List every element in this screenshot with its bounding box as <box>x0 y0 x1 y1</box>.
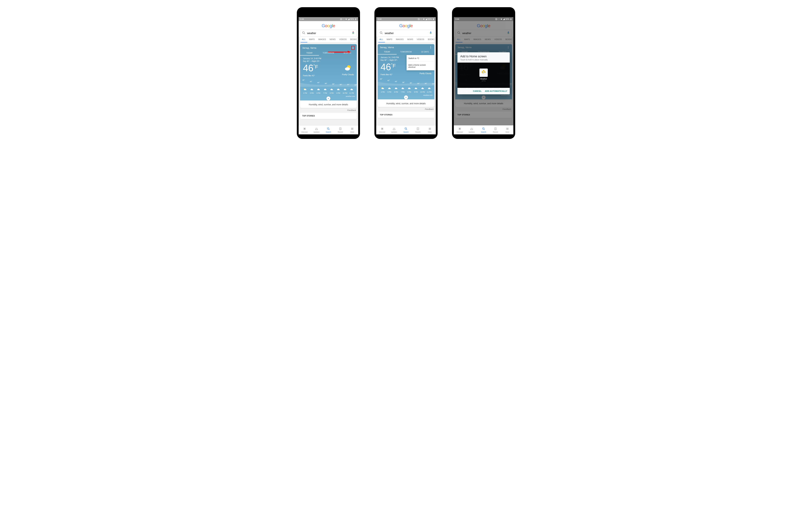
nav-discover[interactable]: Discover <box>299 126 310 134</box>
feedback-link[interactable]: Feedback <box>376 107 436 111</box>
cloud-icon <box>413 87 419 90</box>
search-input[interactable] <box>307 32 350 35</box>
hourly-label: 5 PM <box>308 92 315 94</box>
hourly-temp-point: 40° <box>317 82 320 83</box>
nav-recent[interactable]: Recent <box>490 126 502 134</box>
content: Google ALLMAPSIMAGESNEWSVIDEOSBOOKS Запа… <box>454 21 513 125</box>
hourly-cell: 5 PM <box>386 87 393 93</box>
nav-updates[interactable]: Updates <box>310 126 322 134</box>
search-tab-maps[interactable]: MAPS <box>307 37 316 42</box>
weather-more-details[interactable]: Humidity, wind, sunrise, and more detail… <box>300 101 357 108</box>
weather-attribution[interactable]: weather.com <box>300 96 357 98</box>
cloud-icon <box>315 88 322 91</box>
nav-discover[interactable]: Discover <box>376 126 388 134</box>
recent-icon <box>494 127 497 131</box>
hourly-label: 11 PM <box>426 91 432 93</box>
nav-more[interactable]: More <box>502 126 513 134</box>
hourly-temp-point: 45° <box>302 79 305 81</box>
menu-item-switch-unit[interactable]: Switch to °C <box>407 55 434 62</box>
weather-app-icon[interactable]: G <box>480 68 488 77</box>
dialog-cancel-button[interactable]: CANCEL <box>473 90 482 92</box>
nav-more[interactable]: More <box>346 126 358 134</box>
nav-updates[interactable]: Updates <box>466 126 478 134</box>
weather-tab-10-days[interactable]: 10 DAYS <box>338 50 357 55</box>
weather-attribution[interactable]: weather.com <box>378 94 434 97</box>
discover-icon <box>381 127 384 131</box>
search-tab-all[interactable]: ALL <box>378 37 385 42</box>
search-bar[interactable] <box>300 30 357 37</box>
nav-label: Updates <box>468 131 475 133</box>
nav-label: Recent <box>415 131 421 133</box>
svg-point-5 <box>302 31 304 33</box>
svg-point-8 <box>345 67 350 70</box>
weather-feels-like: Feels like 41° <box>381 73 396 75</box>
search-tab-books[interactable]: BOOKS <box>349 37 357 42</box>
nav-label: Search <box>481 131 486 133</box>
hourly-cell: 4 PM <box>380 87 386 93</box>
search-tab-videos[interactable]: VIDEOS <box>337 37 349 42</box>
nav-label: Discover <box>379 131 385 133</box>
dialog-overlay[interactable]: Add to Home screen Touch & hold to place… <box>454 21 513 125</box>
nav-search[interactable]: Search <box>478 126 490 134</box>
hourly-cell: 6 PM <box>315 88 322 94</box>
weather-overflow-button[interactable] <box>351 46 355 50</box>
dialog-add-button[interactable]: ADD AUTOMATICALLY <box>485 90 507 92</box>
search-tab-images[interactable]: IMAGES <box>316 37 328 42</box>
nav-label: Recent <box>338 131 343 133</box>
search-tab-maps[interactable]: MAPS <box>385 37 394 42</box>
content[interactable]: Google ALLMAPSIMAGESNEWSVIDEOSBOOKS Запа… <box>376 21 436 125</box>
search-tab-images[interactable]: IMAGES <box>394 37 405 42</box>
battery-pct: 55% <box>506 18 509 20</box>
weather-tabs: TODAYTOMORROW10 DAYS <box>300 50 357 55</box>
weather-card: Запад, Varna TODAYTOMORROW10 DAYS Januar… <box>300 44 357 108</box>
weather-tab-tomorrow[interactable]: TOMORROW <box>397 49 416 54</box>
nav-label: Updates <box>313 131 319 133</box>
weather-tab-10-days[interactable]: 10 DAYS <box>415 49 434 54</box>
hourly-label: 8 PM <box>406 91 413 93</box>
weather-tab-today[interactable]: TODAY <box>378 49 397 54</box>
nav-search[interactable]: Search <box>400 126 412 134</box>
content[interactable]: Google ALLMAPSIMAGESNEWSVIDEOSBOOKS Запа… <box>299 21 358 125</box>
nav-discover[interactable]: Discover <box>454 126 466 134</box>
feedback-link[interactable]: Feedback <box>299 108 358 112</box>
search-input[interactable] <box>385 32 427 35</box>
nav-label: More <box>428 131 432 133</box>
hourly-cell: 9 PM <box>335 88 342 94</box>
weather-tab-today[interactable]: TODAY <box>300 50 319 55</box>
nav-recent[interactable]: Recent <box>412 126 424 134</box>
weather-tab-tomorrow[interactable]: TOMORROW <box>319 50 338 55</box>
top-stories-header[interactable]: TOP STORIES <box>300 113 357 119</box>
nav-recent[interactable]: Recent <box>334 126 346 134</box>
search-tab-books[interactable]: BOOKS <box>426 37 434 42</box>
status-bar: 3:44 55% <box>299 17 358 21</box>
search-tab-news[interactable]: NEWS <box>328 37 337 42</box>
hourly-label: 8 PM <box>328 92 335 94</box>
nfc-icon <box>495 18 497 20</box>
search-tab-news[interactable]: NEWS <box>405 37 415 42</box>
search-tab-all[interactable]: ALL <box>300 37 307 42</box>
nav-label: Discover <box>301 131 308 133</box>
search-tab-videos[interactable]: VIDEOS <box>415 37 426 42</box>
mic-icon[interactable] <box>352 31 355 35</box>
sun-cloud-icon <box>302 88 308 91</box>
weather-overflow-button[interactable] <box>429 46 432 48</box>
nav-updates[interactable]: Updates <box>388 126 400 134</box>
hourly-label: 5 PM <box>386 91 393 93</box>
weather-hourly-row[interactable]: 4 PM5 PM6 PM7 PM8 PM9 PM10 PM11 PM <box>300 87 357 96</box>
bottom-nav: DiscoverUpdatesSearchRecentMore <box>299 125 358 134</box>
nav-search[interactable]: Search <box>322 126 334 134</box>
updates-icon <box>392 127 396 131</box>
weather-more-details[interactable]: Humidity, wind, sunrise, and more detail… <box>378 100 434 107</box>
dialog-subtitle: Touch & hold to place manually <box>460 59 507 61</box>
weather-hourly-row[interactable]: 4 PM5 PM6 PM7 PM8 PM9 PM10 PM11 PM <box>378 86 434 94</box>
search-bar[interactable] <box>378 30 434 37</box>
mic-icon[interactable] <box>429 31 432 35</box>
top-stories-header[interactable]: TOP STORIES <box>378 112 434 118</box>
hourly-temp-point: 42° <box>310 80 312 82</box>
hourly-temp-point: 40° <box>395 80 397 82</box>
google-logo: Google <box>376 21 436 30</box>
more-icon <box>351 127 354 131</box>
nav-more[interactable]: More <box>424 126 436 134</box>
dialog-preview[interactable]: G Weather 1 × 1 <box>457 62 510 88</box>
menu-item-add-homescreen[interactable]: Add a Home screen shortcut <box>407 62 434 70</box>
